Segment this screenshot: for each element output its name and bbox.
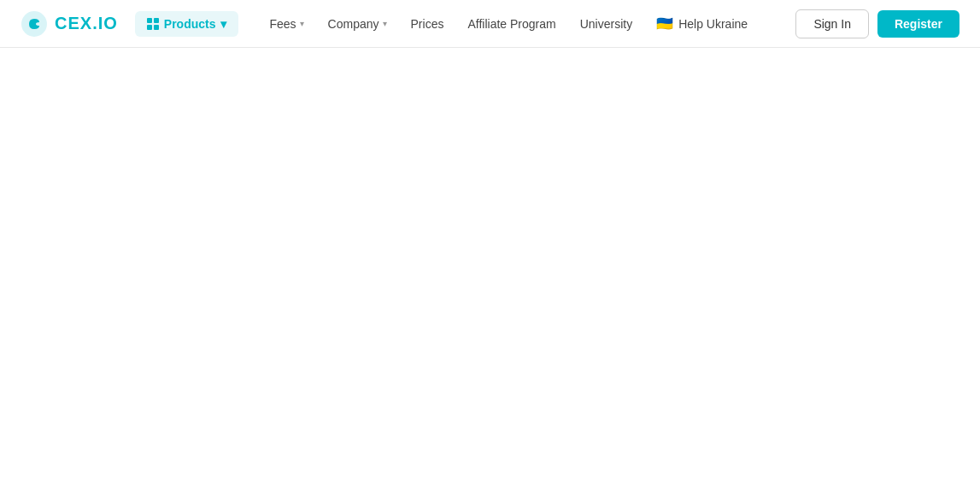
university-label: University — [580, 17, 632, 31]
grid-icon — [147, 18, 159, 30]
navbar: CEX.IO Products ▾ Fees ▾ Company ▾ Price… — [0, 0, 980, 48]
fees-label: Fees — [269, 17, 296, 31]
help-ukraine-label: Help Ukraine — [678, 17, 748, 31]
register-button[interactable]: Register — [877, 10, 959, 38]
company-label: Company — [328, 17, 379, 31]
chevron-down-icon: ▾ — [220, 17, 226, 31]
nav-items: Fees ▾ Company ▾ Prices Affiliate Progra… — [259, 9, 795, 38]
ukraine-flag-icon: 🇺🇦 — [656, 15, 673, 32]
logo-icon — [21, 10, 48, 38]
nav-actions: Sign In Register — [795, 9, 959, 38]
prices-label: Prices — [411, 17, 444, 31]
products-label: Products — [164, 17, 216, 31]
nav-company[interactable]: Company ▾ — [318, 10, 397, 38]
nav-university[interactable]: University — [570, 10, 643, 38]
nav-prices[interactable]: Prices — [401, 10, 455, 38]
fees-chevron: ▾ — [300, 19, 304, 28]
products-button[interactable]: Products ▾ — [135, 11, 239, 37]
logo[interactable]: CEX.IO — [21, 10, 118, 38]
affiliate-label: Affiliate Program — [467, 17, 555, 31]
nav-help-ukraine[interactable]: 🇺🇦 Help Ukraine — [646, 9, 758, 38]
logo-text: CEX.IO — [55, 14, 118, 33]
nav-affiliate[interactable]: Affiliate Program — [457, 10, 566, 38]
company-chevron: ▾ — [383, 19, 387, 28]
nav-fees[interactable]: Fees ▾ — [259, 10, 314, 38]
signin-button[interactable]: Sign In — [795, 9, 869, 38]
